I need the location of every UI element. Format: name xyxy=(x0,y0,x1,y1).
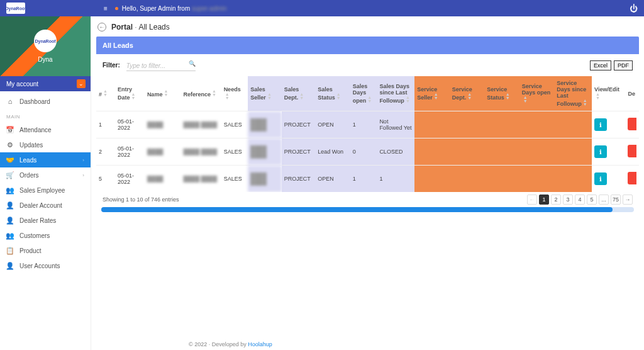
col-service-days-open[interactable]: Service Days open▲▼ xyxy=(519,76,555,111)
col-service-days-followup[interactable]: Service Days since Last Followup▲▼ xyxy=(554,76,592,111)
view-button[interactable]: ℹ xyxy=(594,145,607,158)
cell-needs: SALES xyxy=(221,138,248,166)
handshake-icon: 🤝 xyxy=(6,156,14,164)
cell-sales-days: 1 xyxy=(350,166,377,193)
notification-dot-icon xyxy=(115,7,118,10)
horizontal-scrollbar[interactable] xyxy=(101,207,634,212)
col-delete[interactable]: De xyxy=(625,76,639,111)
scrollbar-thumb[interactable] xyxy=(101,207,613,212)
cell-name: ████ xyxy=(145,138,181,166)
cell-reference: ████ ████ xyxy=(181,111,221,138)
page-→[interactable]: → xyxy=(623,195,633,205)
cell-sales-status: OPEN xyxy=(315,166,350,193)
col-reference[interactable]: Reference▲▼ xyxy=(181,76,221,111)
delete-button[interactable] xyxy=(628,172,636,184)
cell-num: 2 xyxy=(96,138,115,166)
leads-table: #▲▼ Entry Date▲▼ Name▲▼ Reference▲▼ Need… xyxy=(96,76,639,192)
view-button[interactable]: ℹ xyxy=(594,118,607,131)
cell-view: ℹ xyxy=(592,111,625,138)
cell-sales-follow: 1 xyxy=(377,166,414,193)
sidebar-section-main: MAIN xyxy=(0,109,91,122)
cell-num: 1 xyxy=(96,111,115,138)
user-icon: 👤 xyxy=(6,217,14,225)
cell-service-seller xyxy=(414,111,450,138)
col-name[interactable]: Name▲▼ xyxy=(145,76,181,111)
col-sales-dept[interactable]: Sales Dept.▲▼ xyxy=(282,76,315,111)
delete-button[interactable] xyxy=(628,118,636,130)
user-icon: 👤 xyxy=(6,201,14,210)
cell-sales-follow: Not Followed Yet xyxy=(377,111,414,138)
page-3[interactable]: 3 xyxy=(563,195,573,205)
cell-service-status xyxy=(484,138,519,166)
cell-sales-status: Lead Won xyxy=(315,138,350,166)
export-excel-button[interactable]: Excel xyxy=(590,60,611,71)
back-button[interactable]: ← xyxy=(97,23,106,31)
users-icon: 👥 xyxy=(6,232,14,240)
col-sales-days-followup[interactable]: Sales Days since Last Followup▲▼ xyxy=(377,76,414,111)
user-plus-icon: 👤 xyxy=(6,262,14,270)
sidebar-item-dealer-account[interactable]: 👤 Dealer Account xyxy=(0,198,91,213)
brand-logo: DynaRoof xyxy=(6,3,25,14)
page-1[interactable]: 1 xyxy=(539,195,549,205)
chevron-right-icon: › xyxy=(82,157,84,163)
page-5[interactable]: 5 xyxy=(587,195,597,205)
cell-sales-seller: ████ ████ xyxy=(248,166,281,193)
chevron-down-icon: ⌄ xyxy=(77,79,86,88)
col-sales-days-open[interactable]: Sales Days open▲▼ xyxy=(350,76,377,111)
my-account-toggle[interactable]: My account ⌄ xyxy=(0,76,91,91)
col-number[interactable]: #▲▼ xyxy=(96,76,115,111)
footer-link[interactable]: Hoolahup xyxy=(248,341,272,347)
cell-name: ████ xyxy=(145,111,181,138)
greeting-text: Hello, Super Admin from super-admin xyxy=(122,5,227,12)
cell-sales-seller: ████ ████ xyxy=(248,111,281,138)
col-entry-date[interactable]: Entry Date▲▼ xyxy=(115,76,145,111)
cell-service-dept xyxy=(450,111,485,138)
sidebar-item-dashboard[interactable]: ⌂ Dashboard xyxy=(0,94,91,109)
col-service-seller[interactable]: Service Seller▲▼ xyxy=(414,76,450,111)
power-icon[interactable]: ⏻ xyxy=(630,4,638,13)
sidebar-item-orders[interactable]: 🛒 Orders › xyxy=(0,167,91,183)
page-2[interactable]: 2 xyxy=(551,195,561,205)
sidebar-item-updates[interactable]: ⚙ Updates xyxy=(0,137,91,152)
table-row: 1 05-01-2022 ████ ████ ████ SALES ████ █… xyxy=(96,111,639,138)
filter-input[interactable] xyxy=(126,61,196,71)
sidebar-item-product[interactable]: 📋 Product xyxy=(0,243,91,258)
sidebar-item-sales-employee[interactable]: 👥 Sales Employee xyxy=(0,183,91,198)
cell-sales-days: 1 xyxy=(350,111,377,138)
page-...[interactable]: ... xyxy=(599,195,609,205)
page-75[interactable]: 75 xyxy=(611,195,621,205)
cell-service-days xyxy=(519,138,555,166)
cell-reference: ████ ████ xyxy=(181,138,221,166)
cell-view: ℹ xyxy=(592,166,625,193)
sidebar-item-attendance[interactable]: 📅 Attendance xyxy=(0,122,91,137)
cell-service-follow xyxy=(554,111,592,138)
col-service-status[interactable]: Service Status▲▼ xyxy=(484,76,519,111)
col-sales-status[interactable]: Sales Status▲▼ xyxy=(315,76,350,111)
cell-service-status xyxy=(484,111,519,138)
sidebar-item-dealer-rates[interactable]: 👤 Dealer Rates xyxy=(0,213,91,228)
cell-service-seller xyxy=(414,166,450,193)
view-button[interactable]: ℹ xyxy=(594,172,607,185)
col-needs[interactable]: Needs▲▼ xyxy=(221,76,248,111)
cell-sales-dept: PROJECT xyxy=(282,111,315,138)
sidebar-item-customers[interactable]: 👥 Customers xyxy=(0,228,91,243)
export-pdf-button[interactable]: PDF xyxy=(614,60,633,71)
clipboard-icon: 📋 xyxy=(6,247,14,255)
sidebar-item-user-accounts[interactable]: 👤 User Accounts xyxy=(0,258,91,273)
page-4[interactable]: 4 xyxy=(575,195,585,205)
table-row: 5 05-01-2022 ████ ████ ████ SALES ████ █… xyxy=(96,166,639,193)
cell-sales-follow: CLOSED xyxy=(377,138,414,166)
page-←[interactable]: ← xyxy=(527,195,537,205)
col-service-dept[interactable]: Service Dept.▲▼ xyxy=(450,76,485,111)
hamburger-icon[interactable]: ≡ xyxy=(104,5,108,12)
sidebar-username: Dyna xyxy=(38,56,52,63)
sidebar-item-leads[interactable]: 🤝 Leads › xyxy=(0,152,91,167)
breadcrumb: Portal · All Leads xyxy=(111,23,170,31)
delete-button[interactable] xyxy=(628,145,636,157)
col-view-edit[interactable]: View/Edit▲▼ xyxy=(592,76,625,111)
col-sales-seller[interactable]: Sales Seller▲▼ xyxy=(248,76,281,111)
cell-service-status xyxy=(484,166,519,193)
cell-service-dept xyxy=(450,138,485,166)
home-icon: ⌂ xyxy=(6,98,14,105)
table-row: 2 05-01-2022 ████ ████ ████ SALES ████ █… xyxy=(96,138,639,166)
